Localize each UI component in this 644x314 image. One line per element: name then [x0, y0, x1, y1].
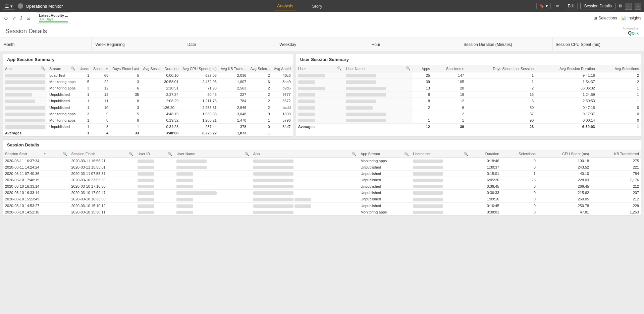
zoom-reset-button[interactable]: ⊙ — [3, 15, 9, 21]
user-session-table: User 🔍 User Name 🔍 Apps — [296, 65, 641, 130]
col-sessions: Sessi...▼ — [91, 65, 110, 72]
col-user: User 🔍 — [296, 65, 344, 72]
filter-weekday[interactable]: Weekday — [276, 38, 368, 51]
table-row: Load Test 16850:00:10627.032,036240c6 — [3, 72, 293, 79]
col-avg-selections: Avg Selections — [597, 65, 641, 72]
nav-back-button[interactable]: ‹ — [625, 3, 632, 10]
app-session-body: Load Test 16850:00:10627.032,036240c6 Mo… — [3, 72, 293, 136]
col-avg-session-dur: Avg Session Duration — [536, 65, 597, 72]
table-row: Monitoring apps 1880:19:321,280.211,4701… — [3, 117, 293, 123]
col-selections: Selections — [501, 150, 538, 158]
averages-row: Averages 14333:40:088,226.221,8731 — [3, 130, 293, 136]
col-app-stream: App Stream 🔍 — [359, 150, 411, 158]
user-id-search[interactable]: 🔍 — [168, 152, 172, 156]
nav-forward-button[interactable]: › — [635, 3, 641, 10]
export-button[interactable]: ⤴ — [19, 15, 24, 21]
filter-month[interactable]: Month — [0, 38, 92, 51]
col-avg-appid: Avg AppId — [272, 65, 293, 72]
app-icon — [18, 3, 23, 9]
user-session-table-scroll[interactable]: User 🔍 User Name 🔍 Apps — [296, 65, 641, 130]
table-row: Unpublished 1810:34:28237.4437808faf7 — [3, 123, 293, 130]
table-row: 1320236:06:321 — [296, 85, 641, 91]
nav-analysis[interactable]: Analysis — [274, 2, 296, 10]
toolbar: ⊙ ⤢ ⤴ ⊡ Latest Activity ... 38+ Days ⊞ S… — [0, 12, 644, 24]
list-item: 2020-03-11 14:24:24 2020-03-11 15:55:01 … — [3, 164, 641, 170]
page-title: Session Details — [5, 28, 47, 35]
averages-row: Averages 1239236:39:031 — [296, 123, 641, 130]
col-user-name-detail: User Name 🔍 — [174, 150, 251, 158]
col-avg-session: Avg Session Duration — [141, 65, 181, 72]
latest-activity-tag[interactable]: Latest Activity ... 38+ Days — [36, 12, 71, 23]
grid-icon: ⊞ — [594, 16, 597, 20]
col-days-since-last: Days Since Last Session — [466, 65, 536, 72]
session-details-icon: 🖥 — [618, 4, 622, 8]
topbar-center: Analysis Story — [63, 2, 536, 10]
filter-session-cpu[interactable]: Session CPU Spent (ms) — [552, 38, 644, 51]
list-item: 2020-03-10 16:33:14 2020-03-10 17:10:00 … — [3, 183, 641, 190]
table-row: 3910511:54:372 — [296, 79, 641, 85]
col-session-finish: Session Finish 🔍 — [69, 150, 136, 158]
qlik-logo: QQlik — [628, 30, 639, 36]
filter-date[interactable]: Date — [184, 38, 276, 51]
filter-session-duration[interactable]: Session Duration (Minutes) — [460, 38, 552, 51]
session-finish-search[interactable]: 🔍 — [129, 152, 133, 156]
print-button[interactable]: ⊡ — [25, 15, 32, 21]
stream-search-icon[interactable]: 🔍 — [71, 66, 75, 71]
app-session-panel: App Session Summary App 🔍 — [3, 54, 293, 137]
table-row: Unpublished 11182:08:291,211.7678423672 — [3, 98, 293, 104]
col-app: App 🔍 — [3, 65, 47, 72]
col-cpu-spent: CPU Spent (ms) — [538, 150, 591, 158]
list-item: 2020-03-11 16:37:34 2020-03-11 16:56:21 … — [3, 158, 641, 164]
bookmark-button[interactable]: 🔖 ▾ — [536, 3, 550, 9]
session-details-button[interactable]: Session Details — [580, 3, 615, 9]
table-row: Monitoring apps 3954:48:191,980.633,0489… — [3, 111, 293, 117]
table-row: Monitoring apps 522330:58:012,432.061,60… — [3, 79, 293, 85]
expand-button[interactable]: ⤢ — [11, 15, 17, 21]
session-start-search[interactable]: 🔍 — [63, 152, 67, 156]
table-row: 12370:17:370 — [296, 111, 641, 117]
col-sessions-user: Sessions▼ — [432, 65, 466, 72]
col-days-since: Days Since Last — [110, 65, 141, 72]
col-app-detail: App 🔍 — [251, 150, 359, 158]
col-duration: Duration — [470, 150, 501, 158]
app-session-table-scroll[interactable]: App 🔍 Stream 🔍 Users — [3, 65, 293, 136]
filter-bar: Month Week Beginning Date Weekday Hour S… — [0, 38, 644, 51]
hostname-search[interactable]: 🔍 — [464, 152, 468, 156]
table-row: Monitoring apps 31262:10:5171.932,5632b9… — [3, 85, 293, 91]
latest-activity-label: Latest Activity ... — [39, 13, 68, 17]
user-session-panel: User Session Summary User 🔍 — [296, 54, 641, 137]
table-row: 81262:59:531 — [296, 98, 641, 104]
username-search-icon[interactable]: 🔍 — [406, 66, 411, 71]
edit-icon[interactable]: ✏ — [553, 3, 562, 9]
list-item: 2020-03-11 07:40:36 2020-03-11 07:55:37 … — [3, 171, 641, 177]
app-session-table: App 🔍 Stream 🔍 Users — [3, 65, 293, 136]
table-row: 26300:47:150 — [296, 104, 641, 111]
main-content: App Session Summary App 🔍 — [0, 51, 644, 314]
user-name-search[interactable]: 🔍 — [245, 152, 249, 156]
user-session-header: User Session Summary — [296, 54, 641, 65]
app-search-icon[interactable]: 🔍 — [41, 66, 45, 71]
insights-button[interactable]: 📊 Insights — [621, 16, 641, 20]
col-hostname: Hostname 🔍 — [411, 150, 470, 158]
hamburger-button[interactable]: ☰ ▾ — [3, 3, 15, 10]
list-item: 2020-03-10 16:33:14 2020-03-10 17:09:47 … — [3, 190, 641, 196]
edit-button[interactable]: Edit — [565, 3, 578, 9]
col-stream: Stream 🔍 — [47, 65, 77, 72]
app-detail-search[interactable]: 🔍 — [352, 152, 357, 156]
user-session-body: 2514719:41:162 3910511:54:372 1320236:06… — [296, 72, 641, 130]
filter-hour[interactable]: Hour — [368, 38, 460, 51]
green-line — [39, 21, 68, 22]
table-row: 819151:24:591 — [296, 91, 641, 98]
list-item: 2020-03-10 14:53:27 2020-03-10 15:10:12 … — [3, 202, 641, 209]
app-stream-search[interactable]: 🔍 — [404, 152, 409, 156]
user-search-icon[interactable]: 🔍 — [337, 66, 342, 71]
toolbar-right: ⊞ Selections 📊 Insights — [594, 16, 641, 20]
nav-story[interactable]: Story — [309, 2, 325, 10]
filter-week-beginning[interactable]: Week Beginning — [92, 38, 184, 51]
selections-button[interactable]: ⊞ Selections — [594, 16, 617, 20]
session-details-table-scroll[interactable]: Session Start ▼ 🔍 Session Finish 🔍 — [3, 150, 641, 215]
table-row: 11900:00:140 — [296, 117, 641, 123]
qlik-logo-area: Powered by QQlik — [623, 27, 639, 36]
insights-icon: 📊 — [621, 16, 626, 20]
col-user-id: User ID 🔍 — [136, 150, 174, 158]
